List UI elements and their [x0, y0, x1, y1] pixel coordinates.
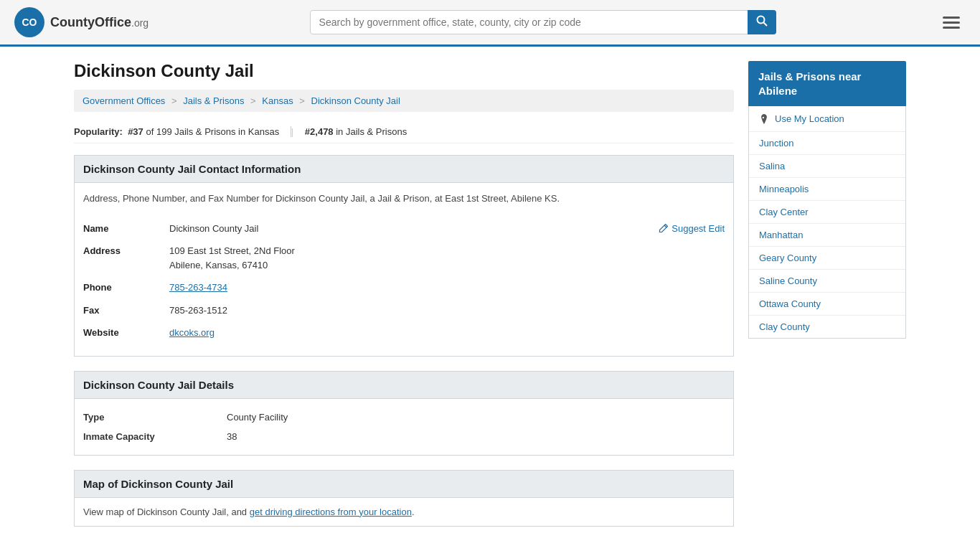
map-description: View map of Dickinson County Jail, and g… — [75, 498, 733, 526]
svg-point-2 — [757, 17, 764, 24]
sidebar-list: Use My Location Junction Salina Minneapo… — [748, 106, 906, 339]
details-section-header: Dickinson County Jail Details — [75, 372, 733, 399]
salina-link[interactable]: Salina — [759, 161, 785, 171]
contact-table: Name Dickinson County Jail Suggest Edit … — [75, 212, 733, 356]
popularity-of-text: of 199 Jails & Prisons in Kansas — [146, 126, 279, 137]
main-container: Dickinson County Jail Government Offices… — [60, 47, 920, 551]
popularity-separator: | — [291, 126, 293, 137]
details-section: Dickinson County Jail Details Type Count… — [74, 371, 734, 456]
directions-link[interactable]: get driving directions from your locatio… — [250, 507, 412, 517]
map-desc-text: View map of Dickinson County Jail, and — [83, 507, 250, 517]
phone-label: Phone — [83, 281, 169, 293]
svg-text:CO: CO — [22, 17, 37, 28]
junction-link[interactable]: Junction — [759, 138, 793, 149]
fax-value: 785-263-1512 — [169, 303, 725, 318]
manhattan-link[interactable]: Manhattan — [759, 230, 803, 240]
breadcrumb-kansas[interactable]: Kansas — [262, 95, 293, 106]
popularity-national-rank: #2,478 — [305, 126, 334, 137]
clay-county-link[interactable]: Clay County — [759, 321, 810, 332]
address-line1: 109 East 1st Street, 2Nd Floor — [169, 244, 725, 258]
map-section-header: Map of Dickinson County Jail — [75, 471, 733, 498]
capacity-label: Inmate Capacity — [83, 431, 227, 442]
fax-label: Fax — [83, 303, 169, 316]
popularity-label: Popularity: — [74, 126, 123, 137]
popularity-rank: #37 — [128, 126, 143, 137]
logo-area: CO CountyOffice.org — [14, 7, 149, 37]
svg-line-3 — [763, 23, 767, 27]
edit-icon — [659, 223, 669, 233]
location-pin-icon — [759, 114, 769, 124]
name-value: Dickinson County Jail — [169, 222, 659, 236]
logo-text: CountyOffice.org — [50, 15, 149, 30]
saline-county-link[interactable]: Saline County — [759, 276, 817, 286]
sidebar-item-junction: Junction — [749, 132, 905, 155]
search-input[interactable] — [310, 10, 776, 34]
address-row: Address 109 East 1st Street, 2Nd Floor A… — [83, 240, 725, 276]
minneapolis-link[interactable]: Minneapolis — [759, 184, 809, 194]
breadcrumb-current[interactable]: Dickinson County Jail — [311, 95, 400, 106]
breadcrumb-jails[interactable]: Jails & Prisons — [183, 95, 244, 106]
map-section: Map of Dickinson County Jail View map of… — [74, 470, 734, 527]
website-value: dkcoks.org — [169, 326, 725, 340]
sidebar: Jails & Prisons near Abilene Use My Loca… — [748, 61, 906, 541]
menu-line — [943, 17, 960, 19]
phone-link[interactable]: 785-263-4734 — [169, 282, 227, 293]
suggest-edit-link[interactable]: Suggest Edit — [659, 222, 725, 234]
website-link[interactable]: dkcoks.org — [169, 327, 215, 338]
sidebar-item-salina: Salina — [749, 155, 905, 178]
use-my-location-link[interactable]: Use My Location — [749, 106, 905, 132]
search-button[interactable] — [748, 10, 776, 34]
clay-center-link[interactable]: Clay Center — [759, 207, 809, 217]
sidebar-item-minneapolis: Minneapolis — [749, 178, 905, 201]
name-row: Name Dickinson County Jail Suggest Edit — [83, 217, 725, 240]
breadcrumb-sep: > — [171, 95, 177, 106]
sidebar-item-saline-county: Saline County — [749, 270, 905, 293]
breadcrumb-sep: > — [299, 95, 305, 106]
search-area — [310, 10, 776, 34]
contact-description: Address, Phone Number, and Fax Number fo… — [75, 183, 733, 212]
breadcrumb-sep: > — [250, 95, 256, 106]
map-desc-end: . — [412, 507, 415, 517]
capacity-row: Inmate Capacity 38 — [83, 427, 725, 446]
sidebar-item-geary-county: Geary County — [749, 247, 905, 270]
type-value: County Facility — [227, 412, 288, 423]
popularity-bar: Popularity: #37 of 199 Jails & Prisons i… — [74, 121, 734, 143]
website-row: Website dkcoks.org — [83, 321, 725, 344]
logo-icon: CO — [14, 7, 44, 37]
sidebar-item-clay-center: Clay Center — [749, 201, 905, 224]
ottawa-county-link[interactable]: Ottawa County — [759, 298, 821, 309]
search-icon — [756, 15, 768, 27]
sidebar-header: Jails & Prisons near Abilene — [748, 61, 906, 106]
popularity-national-text: in Jails & Prisons — [336, 126, 407, 137]
content-area: Dickinson County Jail Government Offices… — [74, 61, 734, 541]
address-line2: Abilene, Kansas, 67410 — [169, 258, 725, 273]
menu-line — [943, 22, 960, 24]
sidebar-item-ottawa-county: Ottawa County — [749, 293, 905, 316]
sidebar-item-manhattan: Manhattan — [749, 224, 905, 247]
geary-county-link[interactable]: Geary County — [759, 253, 816, 263]
site-header: CO CountyOffice.org — [0, 0, 980, 47]
page-title: Dickinson County Jail — [74, 61, 734, 81]
type-label: Type — [83, 412, 227, 423]
contact-section-header: Dickinson County Jail Contact Informatio… — [75, 156, 733, 183]
website-label: Website — [83, 326, 169, 338]
type-row: Type County Facility — [83, 408, 725, 427]
fax-row: Fax 785-263-1512 — [83, 299, 725, 322]
address-label: Address — [83, 244, 169, 256]
phone-row: Phone 785-263-4734 — [83, 276, 725, 299]
sidebar-item-clay-county: Clay County — [749, 316, 905, 338]
contact-section: Dickinson County Jail Contact Informatio… — [74, 155, 734, 357]
breadcrumb-gov-offices[interactable]: Government Offices — [83, 95, 165, 106]
address-value: 109 East 1st Street, 2Nd Floor Abilene, … — [169, 244, 725, 272]
name-label: Name — [83, 222, 169, 234]
menu-line — [943, 27, 960, 29]
capacity-value: 38 — [227, 431, 237, 442]
phone-value: 785-263-4734 — [169, 281, 725, 295]
hamburger-menu-button[interactable] — [937, 14, 966, 32]
details-table: Type County Facility Inmate Capacity 38 — [75, 399, 733, 455]
breadcrumb: Government Offices > Jails & Prisons > K… — [74, 90, 734, 112]
